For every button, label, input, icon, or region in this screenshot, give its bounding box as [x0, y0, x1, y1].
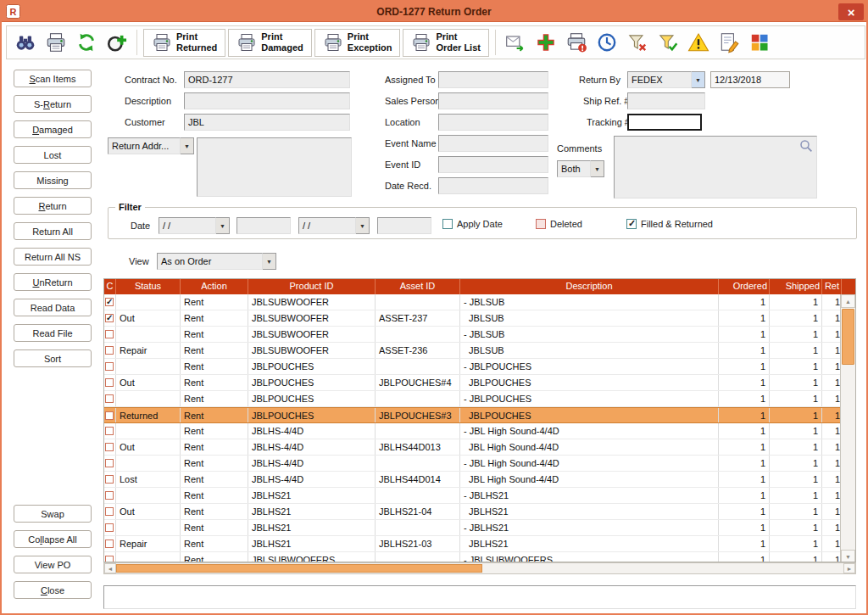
sales-person-field[interactable]: [438, 92, 548, 109]
scroll-right-icon[interactable]: [843, 563, 855, 573]
sidebar-button-swap[interactable]: Swap: [14, 505, 92, 523]
horizontal-scroll-thumb[interactable]: [116, 564, 482, 573]
row-checkbox-icon[interactable]: [105, 330, 114, 338]
table-row[interactable]: RentJBLHS21- JBLHS21111: [104, 520, 842, 536]
date-recd-field[interactable]: [438, 177, 548, 194]
customer-field[interactable]: JBL: [184, 114, 350, 131]
return-address-box[interactable]: [197, 137, 352, 197]
column-header-asset_id[interactable]: Asset ID: [376, 279, 460, 294]
filled-returned-checkbox[interactable]: Filled & Returned: [626, 219, 713, 229]
location-field[interactable]: [438, 114, 548, 131]
print-button-damaged[interactable]: PrintDamaged: [228, 29, 312, 57]
table-row[interactable]: RentJBLPOUCHES- JBLPOUCHES111: [104, 391, 842, 407]
table-row[interactable]: RepairRentJBLSUBWOOFERASSET-236 JBLSUB11…: [104, 343, 842, 359]
sidebar-button-return-all[interactable]: Return All: [14, 222, 92, 240]
print-button-exception[interactable]: PrintException: [314, 29, 401, 57]
sidebar-button-collapse-all[interactable]: Collapse All: [14, 530, 92, 548]
table-row[interactable]: OutRentJBLHS-4/4DJBLHS44D013 JBL High So…: [104, 439, 842, 456]
table-row[interactable]: LostRentJBLHS-4/4DJBLHS44D014 JBL High S…: [104, 472, 842, 488]
table-row[interactable]: ReturnedRentJBLPOUCHESJBLPOUCHES#3 JBLPO…: [104, 407, 842, 423]
sidebar-button-unreturn[interactable]: UnReturn: [14, 273, 92, 291]
filter-apply-icon[interactable]: [654, 29, 682, 57]
color-grid-icon[interactable]: [746, 29, 774, 57]
scroll-left-icon[interactable]: [104, 563, 116, 573]
find-icon[interactable]: [11, 29, 39, 57]
sidebar-button-close[interactable]: Close: [14, 581, 92, 599]
add-circle-icon[interactable]: [103, 29, 131, 57]
scroll-down-icon[interactable]: [841, 550, 855, 562]
warning-icon[interactable]: [685, 29, 713, 57]
table-row[interactable]: RentJBLSUBWOOFER- JBLSUB111: [104, 294, 842, 310]
table-row[interactable]: RentJBLSUBWOOFERS- JBLSUBWOOFERS111: [104, 552, 842, 562]
sidebar-button-sort[interactable]: Sort: [14, 349, 92, 367]
refresh-icon[interactable]: [72, 29, 100, 57]
print-button-returned[interactable]: PrintReturned: [143, 29, 225, 57]
add-plus-icon[interactable]: [532, 29, 560, 57]
table-row[interactable]: RentJBLSUBWOOFER- JBLSUB111: [104, 327, 842, 343]
close-button[interactable]: [838, 3, 864, 20]
description-field[interactable]: [184, 92, 350, 109]
vertical-scrollbar[interactable]: [840, 294, 855, 562]
table-row[interactable]: RentJBLHS-4/4D- JBL High Sound-4/4D111: [104, 423, 842, 439]
comments-box[interactable]: [614, 136, 817, 198]
print-button-order-list[interactable]: PrintOrder List: [403, 29, 489, 57]
view-combo[interactable]: As on Order: [157, 253, 276, 270]
chevron-down-icon[interactable]: [356, 217, 370, 234]
column-header-description[interactable]: Description: [460, 279, 719, 294]
status-box[interactable]: [103, 585, 856, 609]
sidebar-button-return-all-ns[interactable]: Return All NS: [14, 248, 92, 266]
date-from-combo[interactable]: / /: [159, 217, 230, 234]
comments-filter-combo[interactable]: Both: [557, 160, 604, 177]
table-row[interactable]: RepairRentJBLHS21JBLHS21-03 JBLHS21111: [104, 536, 842, 552]
row-checkbox-icon[interactable]: [105, 556, 114, 562]
column-header-action[interactable]: Action: [181, 279, 248, 294]
row-checkbox-icon[interactable]: [105, 411, 114, 420]
row-checkbox-icon[interactable]: [105, 427, 114, 435]
column-header-product_id[interactable]: Product ID: [248, 279, 376, 294]
table-row[interactable]: RentJBLPOUCHES- JBLPOUCHES111: [104, 359, 842, 375]
sidebar-button-missing[interactable]: Missing: [14, 171, 92, 189]
column-header-shipped[interactable]: Shipped: [770, 279, 822, 294]
row-checkbox-icon[interactable]: [105, 443, 114, 451]
sidebar-button-lost[interactable]: Lost: [14, 146, 92, 164]
return-by-combo[interactable]: FEDEX: [627, 71, 705, 88]
table-row[interactable]: RentJBLHS-4/4D- JBL High Sound-4/4D111: [104, 456, 842, 472]
return-addr-combo[interactable]: Return Addr...: [108, 137, 194, 154]
sidebar-button-damaged[interactable]: Damaged: [14, 120, 92, 138]
row-checkbox-icon[interactable]: [105, 362, 114, 371]
row-checkbox-icon[interactable]: [105, 378, 114, 387]
row-checkbox-icon[interactable]: [105, 346, 114, 355]
sidebar-button-view-po[interactable]: View PO: [14, 556, 92, 573]
chevron-down-icon[interactable]: [692, 71, 705, 88]
chevron-down-icon[interactable]: [263, 253, 276, 270]
row-checkbox-icon[interactable]: [105, 314, 114, 322]
date-to-combo[interactable]: / /: [298, 217, 370, 234]
deleted-checkbox[interactable]: Deleted: [536, 219, 582, 229]
send-mail-icon[interactable]: [502, 29, 530, 57]
row-checkbox-icon[interactable]: [105, 475, 114, 484]
row-checkbox-icon[interactable]: [105, 394, 114, 403]
table-row[interactable]: OutRentJBLPOUCHESJBLPOUCHES#4 JBLPOUCHES…: [104, 375, 842, 391]
row-checkbox-icon[interactable]: [105, 523, 114, 532]
chevron-down-icon[interactable]: [591, 160, 604, 177]
column-header-status[interactable]: Status: [116, 279, 181, 294]
event-id-field[interactable]: [438, 156, 548, 173]
column-header-c[interactable]: C: [104, 279, 116, 294]
apply-date-checkbox[interactable]: Apply Date: [442, 219, 503, 229]
print-alert-icon[interactable]: [563, 29, 591, 57]
sidebar-button-s-return[interactable]: S-Return: [14, 95, 92, 113]
event-name-field[interactable]: [438, 135, 548, 152]
row-checkbox-icon[interactable]: [105, 491, 114, 500]
tracking-field[interactable]: [627, 114, 702, 131]
row-checkbox-icon[interactable]: [105, 459, 114, 467]
history-clock-icon[interactable]: [593, 29, 621, 57]
contract-no-field[interactable]: ORD-1277: [184, 71, 350, 88]
sidebar-button-read-data[interactable]: Read Data: [14, 299, 92, 316]
column-header-ordered[interactable]: Ordered: [719, 279, 770, 294]
sidebar-button-scan-items[interactable]: Scan Items: [14, 70, 92, 87]
return-date-field[interactable]: 12/13/2018: [710, 71, 790, 88]
column-header-ret[interactable]: Ret: [822, 279, 842, 294]
print-icon[interactable]: [42, 29, 70, 57]
horizontal-scrollbar[interactable]: [103, 562, 856, 574]
table-row[interactable]: RentJBLHS21- JBLHS21111: [104, 488, 842, 504]
